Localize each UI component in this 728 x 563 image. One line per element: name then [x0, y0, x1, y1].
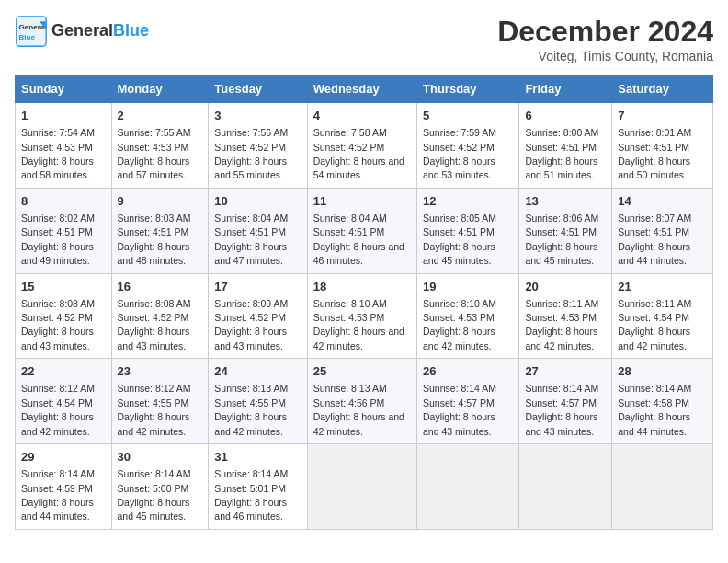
cell-info: Sunrise: 7:59 AMSunset: 4:52 PMDaylight:…	[423, 127, 496, 180]
cell-info: Sunrise: 8:06 AMSunset: 4:51 PMDaylight:…	[525, 213, 598, 266]
cell-info: Sunrise: 8:07 AMSunset: 4:51 PMDaylight:…	[618, 213, 691, 266]
cell-info: Sunrise: 8:10 AMSunset: 4:53 PMDaylight:…	[313, 298, 404, 351]
calendar-table: SundayMondayTuesdayWednesdayThursdayFrid…	[15, 75, 713, 530]
cell-info: Sunrise: 8:12 AMSunset: 4:55 PMDaylight:…	[118, 383, 191, 436]
week-row-1: 1 Sunrise: 7:54 AMSunset: 4:53 PMDayligh…	[16, 103, 713, 189]
calendar-cell: 9 Sunrise: 8:03 AMSunset: 4:51 PMDayligh…	[111, 188, 209, 273]
calendar-cell: 25 Sunrise: 8:13 AMSunset: 4:56 PMDaylig…	[307, 359, 416, 444]
day-number: 30	[118, 449, 203, 465]
weekday-header-wednesday: Wednesday	[307, 75, 416, 103]
day-number: 20	[525, 279, 606, 295]
day-number: 22	[21, 363, 106, 380]
day-number: 12	[423, 193, 513, 210]
cell-info: Sunrise: 7:58 AMSunset: 4:52 PMDaylight:…	[313, 127, 404, 180]
calendar-cell: 23 Sunrise: 8:12 AMSunset: 4:55 PMDaylig…	[111, 359, 209, 444]
calendar-cell: 2 Sunrise: 7:55 AMSunset: 4:53 PMDayligh…	[111, 103, 209, 189]
cell-info: Sunrise: 8:09 AMSunset: 4:52 PMDaylight:…	[214, 298, 288, 351]
calendar-cell: 18 Sunrise: 8:10 AMSunset: 4:53 PMDaylig…	[307, 273, 416, 359]
cell-info: Sunrise: 8:12 AMSunset: 4:54 PMDaylight:…	[21, 383, 95, 436]
weekday-header-sunday: Sunday	[16, 75, 112, 103]
calendar-cell: 4 Sunrise: 7:58 AMSunset: 4:52 PMDayligh…	[307, 103, 416, 189]
calendar-cell: 30 Sunrise: 8:14 AMSunset: 5:00 PMDaylig…	[111, 444, 209, 530]
weekday-header-friday: Friday	[519, 75, 612, 103]
day-number: 16	[118, 279, 203, 295]
cell-info: Sunrise: 7:55 AMSunset: 4:53 PMDaylight:…	[118, 127, 191, 180]
cell-info: Sunrise: 8:08 AMSunset: 4:52 PMDaylight:…	[118, 298, 191, 351]
weekday-header-thursday: Thursday	[417, 75, 519, 103]
calendar-cell: 26 Sunrise: 8:14 AMSunset: 4:57 PMDaylig…	[417, 359, 519, 444]
main-title: December 2024	[497, 15, 713, 49]
cell-info: Sunrise: 8:04 AMSunset: 4:51 PMDaylight:…	[313, 213, 404, 266]
cell-info: Sunrise: 7:54 AMSunset: 4:53 PMDaylight:…	[21, 127, 95, 180]
day-number: 1	[21, 108, 106, 124]
cell-info: Sunrise: 8:14 AMSunset: 4:57 PMDaylight:…	[525, 383, 598, 436]
cell-info: Sunrise: 8:14 AMSunset: 4:57 PMDaylight:…	[423, 383, 496, 436]
cell-info: Sunrise: 8:04 AMSunset: 4:51 PMDaylight:…	[214, 213, 288, 266]
calendar-cell: 11 Sunrise: 8:04 AMSunset: 4:51 PMDaylig…	[307, 188, 416, 273]
day-number: 23	[118, 363, 203, 380]
svg-text:Blue: Blue	[19, 33, 36, 41]
day-number: 9	[118, 193, 203, 210]
day-number: 24	[214, 363, 301, 380]
calendar-cell: 14 Sunrise: 8:07 AMSunset: 4:51 PMDaylig…	[612, 188, 713, 273]
page-header: General Blue GeneralBlue December 2024 V…	[15, 15, 713, 63]
calendar-cell	[612, 444, 713, 530]
calendar-cell: 5 Sunrise: 7:59 AMSunset: 4:52 PMDayligh…	[417, 103, 519, 189]
day-number: 4	[313, 108, 411, 124]
calendar-cell: 1 Sunrise: 7:54 AMSunset: 4:53 PMDayligh…	[16, 103, 112, 189]
day-number: 26	[423, 363, 513, 380]
logo-icon: General Blue	[15, 15, 48, 48]
cell-info: Sunrise: 8:11 AMSunset: 4:53 PMDaylight:…	[525, 298, 598, 351]
cell-info: Sunrise: 8:14 AMSunset: 5:01 PMDaylight:…	[214, 468, 288, 522]
cell-info: Sunrise: 8:13 AMSunset: 4:56 PMDaylight:…	[313, 383, 404, 436]
cell-info: Sunrise: 8:05 AMSunset: 4:51 PMDaylight:…	[423, 213, 496, 266]
day-number: 5	[423, 108, 513, 124]
day-number: 3	[214, 108, 301, 124]
day-number: 21	[618, 279, 707, 295]
day-number: 7	[618, 108, 707, 124]
calendar-cell: 7 Sunrise: 8:01 AMSunset: 4:51 PMDayligh…	[612, 103, 713, 189]
calendar-cell: 28 Sunrise: 8:14 AMSunset: 4:58 PMDaylig…	[612, 359, 713, 444]
cell-info: Sunrise: 8:14 AMSunset: 4:59 PMDaylight:…	[21, 468, 95, 522]
calendar-cell: 13 Sunrise: 8:06 AMSunset: 4:51 PMDaylig…	[519, 188, 612, 273]
day-number: 15	[21, 279, 106, 295]
cell-info: Sunrise: 8:13 AMSunset: 4:55 PMDaylight:…	[214, 383, 288, 436]
day-number: 6	[525, 108, 606, 124]
calendar-cell: 3 Sunrise: 7:56 AMSunset: 4:52 PMDayligh…	[209, 103, 307, 189]
calendar-cell: 29 Sunrise: 8:14 AMSunset: 4:59 PMDaylig…	[16, 444, 112, 530]
calendar-cell: 24 Sunrise: 8:13 AMSunset: 4:55 PMDaylig…	[209, 359, 307, 444]
day-number: 28	[618, 363, 707, 380]
calendar-cell: 15 Sunrise: 8:08 AMSunset: 4:52 PMDaylig…	[16, 273, 112, 359]
calendar-cell: 6 Sunrise: 8:00 AMSunset: 4:51 PMDayligh…	[519, 103, 612, 189]
day-number: 31	[214, 449, 301, 465]
calendar-cell: 27 Sunrise: 8:14 AMSunset: 4:57 PMDaylig…	[519, 359, 612, 444]
cell-info: Sunrise: 8:03 AMSunset: 4:51 PMDaylight:…	[118, 213, 191, 266]
subtitle: Voiteg, Timis County, Romania	[497, 49, 713, 63]
cell-info: Sunrise: 7:56 AMSunset: 4:52 PMDaylight:…	[214, 127, 288, 180]
calendar-cell: 8 Sunrise: 8:02 AMSunset: 4:51 PMDayligh…	[16, 188, 112, 273]
day-number: 8	[21, 193, 106, 210]
logo-text: GeneralBlue	[51, 22, 149, 40]
cell-info: Sunrise: 8:14 AMSunset: 5:00 PMDaylight:…	[118, 468, 191, 522]
calendar-cell: 31 Sunrise: 8:14 AMSunset: 5:01 PMDaylig…	[209, 444, 307, 530]
logo: General Blue GeneralBlue	[15, 15, 149, 48]
day-number: 17	[214, 279, 301, 295]
cell-info: Sunrise: 8:00 AMSunset: 4:51 PMDaylight:…	[525, 127, 598, 180]
day-number: 13	[525, 193, 606, 210]
day-number: 18	[313, 279, 411, 295]
calendar-cell: 10 Sunrise: 8:04 AMSunset: 4:51 PMDaylig…	[209, 188, 307, 273]
day-number: 27	[525, 363, 606, 380]
calendar-cell	[307, 444, 416, 530]
calendar-cell: 22 Sunrise: 8:12 AMSunset: 4:54 PMDaylig…	[16, 359, 112, 444]
title-block: December 2024 Voiteg, Timis County, Roma…	[497, 15, 713, 63]
day-number: 2	[118, 108, 203, 124]
day-number: 29	[21, 449, 106, 465]
cell-info: Sunrise: 8:14 AMSunset: 4:58 PMDaylight:…	[618, 383, 691, 436]
calendar-cell: 21 Sunrise: 8:11 AMSunset: 4:54 PMDaylig…	[612, 273, 713, 359]
cell-info: Sunrise: 8:02 AMSunset: 4:51 PMDaylight:…	[21, 213, 95, 266]
weekday-header-saturday: Saturday	[612, 75, 713, 103]
day-number: 25	[313, 363, 411, 380]
week-row-2: 8 Sunrise: 8:02 AMSunset: 4:51 PMDayligh…	[16, 188, 713, 273]
weekday-header-monday: Monday	[111, 75, 209, 103]
week-row-5: 29 Sunrise: 8:14 AMSunset: 4:59 PMDaylig…	[16, 444, 713, 530]
